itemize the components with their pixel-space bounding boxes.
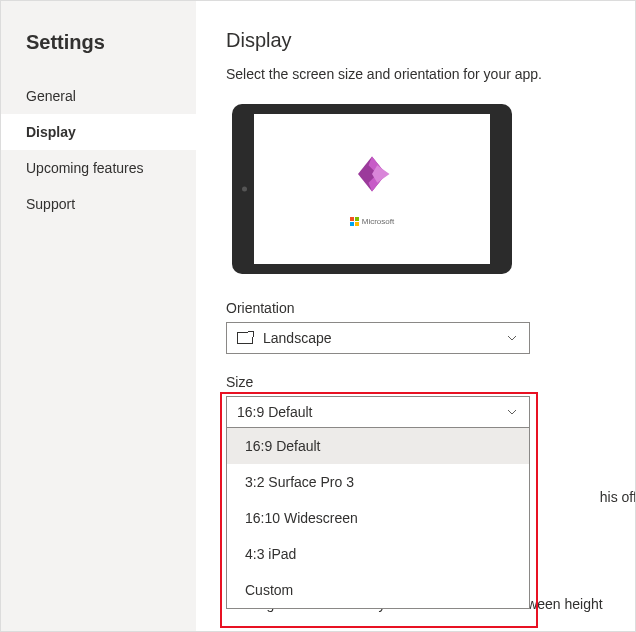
orientation-label: Orientation [226,300,605,316]
size-option-label: 4:3 iPad [245,546,296,562]
microsoft-brand-text: Microsoft [362,217,394,226]
sidebar-item-general[interactable]: General [1,78,196,114]
device-camera-dot [242,187,247,192]
size-label: Size [226,374,605,390]
size-option-label: Custom [245,582,293,598]
landscape-icon [237,332,253,344]
size-option[interactable]: 4:3 iPad [227,536,529,572]
size-option-label: 16:10 Widescreen [245,510,358,526]
device-screen: Microsoft [254,114,490,264]
microsoft-logo-icon [350,217,359,226]
size-option-label: 16:9 Default [245,438,321,454]
size-option-label: 3:2 Surface Pro 3 [245,474,354,490]
device-preview: Microsoft [232,104,512,274]
settings-window: Settings General Display Upcoming featur… [0,0,636,632]
size-dropdown-group: 16:9 Default 16:9 Default 3:2 Surface Pr… [226,396,530,609]
sidebar-item-label: Support [26,196,75,212]
size-dropdown-list: 16:9 Default 3:2 Surface Pro 3 16:10 Wid… [226,428,530,609]
sidebar-item-upcoming-features[interactable]: Upcoming features [1,150,196,186]
sidebar-item-support[interactable]: Support [1,186,196,222]
chevron-down-icon [505,405,519,419]
chevron-down-icon [505,331,519,345]
microsoft-brand: Microsoft [350,217,394,226]
size-value: 16:9 Default [237,404,313,420]
sidebar-title: Settings [1,1,196,78]
page-title: Display [226,29,605,52]
sidebar-item-display[interactable]: Display [1,114,196,150]
size-dropdown[interactable]: 16:9 Default [226,396,530,428]
page-subtitle: Select the screen size and orientation f… [226,66,605,82]
orientation-value: Landscape [263,330,332,346]
sidebar-items: General Display Upcoming features Suppor… [1,78,196,222]
orientation-dropdown[interactable]: Landscape [226,322,530,354]
size-option[interactable]: 16:10 Widescreen [227,500,529,536]
main-panel: Display Select the screen size and orien… [196,1,635,631]
sidebar-item-label: Display [26,124,76,140]
size-option[interactable]: 16:9 Default [227,428,529,464]
sidebar-item-label: General [26,88,76,104]
powerapps-logo-icon [351,153,393,195]
size-option[interactable]: Custom [227,572,529,608]
settings-sidebar: Settings General Display Upcoming featur… [1,1,196,631]
size-option[interactable]: 3:2 Surface Pro 3 [227,464,529,500]
sidebar-item-label: Upcoming features [26,160,144,176]
